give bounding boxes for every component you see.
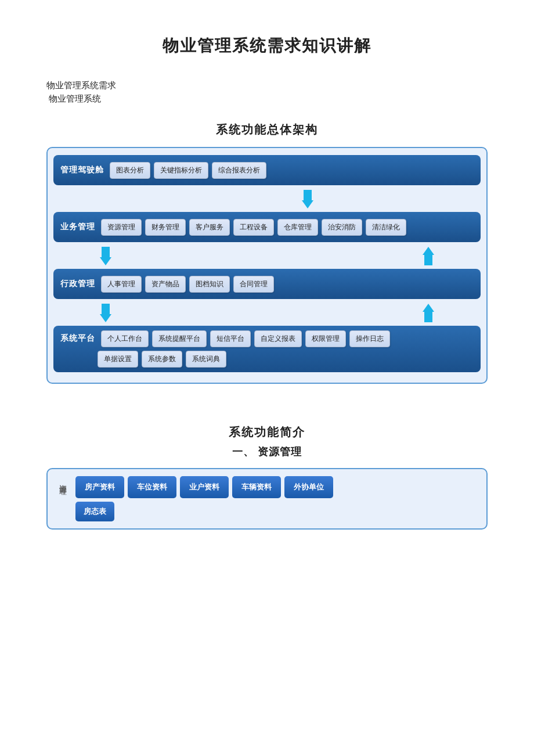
tier-business: 业务管理 资源管理财务管理客户服务工程设备仓库管理治安消防清洁绿化 xyxy=(53,212,481,242)
arch-container: 管理驾驶舱 图表分析关键指标分析综合报表分析 业务管理 资源管理财务管理客户服务… xyxy=(46,147,488,384)
tier-items-4: 个人工作台系统提醒平台短信平台自定义报表权限管理操作日志 xyxy=(101,330,474,347)
tier-item: 单据设置 xyxy=(98,351,138,368)
tier-system: 系统平台 个人工作台系统提醒平台短信平台自定义报表权限管理操作日志 单据设置系统… xyxy=(53,326,481,372)
arrow-row-3 xyxy=(53,303,481,323)
arrow-row-1 xyxy=(53,189,481,210)
resource-container: 资源管理 房产资料车位资料业户资料车辆资料外协单位 房态表 xyxy=(46,468,488,530)
resource-item: 车辆资料 xyxy=(232,476,281,498)
arrow-down-2 xyxy=(100,247,111,265)
tier-management-cockpit: 管理驾驶舱 图表分析关键指标分析综合报表分析 xyxy=(53,155,481,185)
resource-right: 房产资料车位资料业户资料车辆资料外协单位 房态表 xyxy=(75,476,481,521)
tier-item: 人事管理 xyxy=(101,276,142,293)
tier-item: 短信平台 xyxy=(210,330,251,347)
tier-item: 自定义报表 xyxy=(254,330,302,347)
arrow-row-2 xyxy=(53,246,481,267)
tier-item: 治安消防 xyxy=(322,219,362,236)
tier-items-3: 人事管理资产物品图档知识合同管理 xyxy=(101,276,474,293)
tier-item: 个人工作台 xyxy=(101,330,149,347)
tier-label-1: 管理驾驶舱 xyxy=(60,165,104,175)
tier-item: 客户服务 xyxy=(189,219,230,236)
tier-item: 系统提醒平台 xyxy=(152,330,207,347)
tier-item: 图表分析 xyxy=(110,162,150,179)
tier-items-1: 图表分析关键指标分析综合报表分析 xyxy=(110,162,474,179)
resource-item: 外协单位 xyxy=(284,476,333,498)
tier-item: 资产物品 xyxy=(145,276,186,293)
func-title: 系统功能简介 xyxy=(46,424,488,440)
tier-item: 财务管理 xyxy=(145,219,186,236)
tier-item: 资源管理 xyxy=(101,219,142,236)
tier-item: 系统词典 xyxy=(186,351,226,368)
resource-item: 业户资料 xyxy=(180,476,229,498)
tier-item: 综合报表分析 xyxy=(212,162,266,179)
arrow-down-1 xyxy=(302,190,313,208)
page-title: 物业管理系统需求知识讲解 xyxy=(46,35,488,57)
arrow-down-3 xyxy=(100,304,111,322)
tier-item: 合同管理 xyxy=(233,276,274,293)
tier-label-2: 业务管理 xyxy=(60,222,95,232)
func-subtitle: 一、 资源管理 xyxy=(46,445,488,459)
tier-item: 清洁绿化 xyxy=(366,219,406,236)
tier-item: 系统参数 xyxy=(142,351,182,368)
resource-label: 资源管理 xyxy=(53,476,70,485)
intro2: 物业管理系统 xyxy=(46,93,488,105)
intro1: 物业管理系统需求 xyxy=(46,80,488,91)
tier-item: 仓库管理 xyxy=(277,219,318,236)
arrow-up-1 xyxy=(423,247,434,265)
tier-items-4-row2: 单据设置系统参数系统词典 xyxy=(98,351,226,368)
tier-item: 操作日志 xyxy=(349,330,390,347)
tier-item: 工程设备 xyxy=(233,219,274,236)
tier-item: 关键指标分析 xyxy=(154,162,208,179)
tier-label-4: 系统平台 xyxy=(60,333,95,344)
resource-row2: 房态表 xyxy=(75,502,481,521)
tier-label-3: 行政管理 xyxy=(60,279,95,289)
tier-item: 图档知识 xyxy=(189,276,230,293)
tier-item: 权限管理 xyxy=(305,330,346,347)
resource-item: 房产资料 xyxy=(75,476,124,498)
resource-item: 车位资料 xyxy=(128,476,176,498)
resource-row1: 房产资料车位资料业户资料车辆资料外协单位 xyxy=(75,476,481,498)
tier-admin: 行政管理 人事管理资产物品图档知识合同管理 xyxy=(53,269,481,299)
arch-title: 系统功能总体架构 xyxy=(46,122,488,138)
resource-item-secondary: 房态表 xyxy=(75,502,114,521)
tier-items-2: 资源管理财务管理客户服务工程设备仓库管理治安消防清洁绿化 xyxy=(101,219,474,236)
arrow-up-2 xyxy=(423,304,434,322)
